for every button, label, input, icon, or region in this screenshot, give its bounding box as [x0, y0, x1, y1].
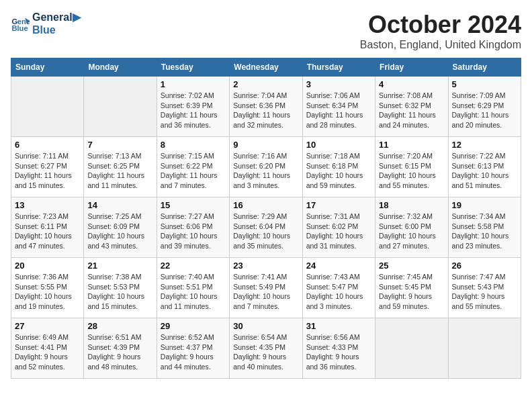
day-number: 21	[87, 261, 152, 271]
day-info: Sunrise: 6:51 AM Sunset: 4:39 PM Dayligh…	[87, 332, 152, 372]
day-number: 15	[161, 200, 226, 210]
day-info: Sunrise: 7:31 AM Sunset: 6:02 PM Dayligh…	[306, 212, 371, 251]
day-info: Sunrise: 7:27 AM Sunset: 6:06 PM Dayligh…	[161, 212, 226, 251]
day-info: Sunrise: 7:45 AM Sunset: 5:45 PM Dayligh…	[379, 272, 444, 312]
day-number: 26	[452, 261, 517, 271]
day-number: 25	[379, 261, 444, 271]
day-number: 14	[87, 200, 152, 210]
weekday-header: Friday	[375, 58, 448, 77]
calendar-cell: 14Sunrise: 7:25 AM Sunset: 6:09 PM Dayli…	[84, 197, 157, 258]
calendar-cell: 13Sunrise: 7:23 AM Sunset: 6:11 PM Dayli…	[11, 197, 84, 258]
calendar-cell	[375, 318, 448, 379]
calendar-cell	[448, 318, 521, 379]
day-number: 30	[233, 321, 298, 331]
day-number: 11	[379, 140, 444, 150]
calendar-cell	[11, 77, 84, 137]
calendar-cell: 23Sunrise: 7:41 AM Sunset: 5:49 PM Dayli…	[230, 258, 302, 318]
calendar-cell: 1Sunrise: 7:02 AM Sunset: 6:39 PM Daylig…	[157, 77, 229, 137]
day-number: 7	[87, 140, 152, 150]
day-info: Sunrise: 7:09 AM Sunset: 6:29 PM Dayligh…	[452, 91, 517, 130]
calendar-cell: 28Sunrise: 6:51 AM Sunset: 4:39 PM Dayli…	[84, 318, 157, 379]
day-info: Sunrise: 7:32 AM Sunset: 6:00 PM Dayligh…	[379, 212, 444, 251]
day-number: 29	[161, 321, 226, 331]
day-info: Sunrise: 7:16 AM Sunset: 6:20 PM Dayligh…	[233, 151, 298, 191]
calendar-cell: 10Sunrise: 7:18 AM Sunset: 6:18 PM Dayli…	[302, 137, 375, 197]
logo: G eneral Blue General▶ Blue	[11, 11, 81, 36]
calendar-cell: 8Sunrise: 7:15 AM Sunset: 6:22 PM Daylig…	[157, 137, 229, 197]
calendar-cell: 27Sunrise: 6:49 AM Sunset: 4:41 PM Dayli…	[11, 318, 84, 379]
calendar-cell: 4Sunrise: 7:08 AM Sunset: 6:32 PM Daylig…	[375, 77, 448, 137]
day-info: Sunrise: 7:13 AM Sunset: 6:25 PM Dayligh…	[87, 151, 152, 191]
svg-text:Blue: Blue	[11, 24, 28, 32]
day-info: Sunrise: 7:06 AM Sunset: 6:34 PM Dayligh…	[306, 91, 371, 130]
logo-line1: General▶	[32, 11, 81, 24]
calendar-cell: 6Sunrise: 7:11 AM Sunset: 6:27 PM Daylig…	[11, 137, 84, 197]
day-info: Sunrise: 7:38 AM Sunset: 5:53 PM Dayligh…	[87, 272, 152, 312]
day-number: 1	[161, 79, 226, 89]
day-number: 13	[15, 200, 80, 210]
logo-line2: Blue	[32, 24, 81, 36]
day-number: 5	[452, 79, 517, 89]
month-title: October 2024	[360, 11, 521, 39]
day-info: Sunrise: 7:18 AM Sunset: 6:18 PM Dayligh…	[306, 151, 371, 191]
calendar-week-row: 13Sunrise: 7:23 AM Sunset: 6:11 PM Dayli…	[11, 197, 521, 258]
day-number: 31	[306, 321, 371, 331]
day-info: Sunrise: 7:04 AM Sunset: 6:36 PM Dayligh…	[233, 91, 298, 130]
calendar-cell: 20Sunrise: 7:36 AM Sunset: 5:55 PM Dayli…	[11, 258, 84, 318]
calendar-cell: 31Sunrise: 6:56 AM Sunset: 4:33 PM Dayli…	[302, 318, 375, 379]
day-info: Sunrise: 7:23 AM Sunset: 6:11 PM Dayligh…	[15, 212, 80, 251]
calendar-cell: 26Sunrise: 7:47 AM Sunset: 5:43 PM Dayli…	[448, 258, 521, 318]
day-number: 24	[306, 261, 371, 271]
day-info: Sunrise: 7:25 AM Sunset: 6:09 PM Dayligh…	[87, 212, 152, 251]
day-info: Sunrise: 7:40 AM Sunset: 5:51 PM Dayligh…	[161, 272, 226, 312]
header: G eneral Blue General▶ Blue October 2024…	[11, 11, 521, 51]
calendar-cell: 22Sunrise: 7:40 AM Sunset: 5:51 PM Dayli…	[157, 258, 229, 318]
day-info: Sunrise: 6:49 AM Sunset: 4:41 PM Dayligh…	[15, 332, 80, 372]
day-number: 23	[233, 261, 298, 271]
calendar-cell: 17Sunrise: 7:31 AM Sunset: 6:02 PM Dayli…	[302, 197, 375, 258]
calendar-cell: 16Sunrise: 7:29 AM Sunset: 6:04 PM Dayli…	[230, 197, 302, 258]
calendar-week-row: 6Sunrise: 7:11 AM Sunset: 6:27 PM Daylig…	[11, 137, 521, 197]
day-number: 27	[15, 321, 80, 331]
day-info: Sunrise: 7:41 AM Sunset: 5:49 PM Dayligh…	[233, 272, 298, 312]
calendar-cell: 7Sunrise: 7:13 AM Sunset: 6:25 PM Daylig…	[84, 137, 157, 197]
day-info: Sunrise: 7:29 AM Sunset: 6:04 PM Dayligh…	[233, 212, 298, 251]
calendar-week-row: 20Sunrise: 7:36 AM Sunset: 5:55 PM Dayli…	[11, 258, 521, 318]
calendar-cell: 9Sunrise: 7:16 AM Sunset: 6:20 PM Daylig…	[230, 137, 302, 197]
day-number: 28	[87, 321, 152, 331]
day-info: Sunrise: 6:54 AM Sunset: 4:35 PM Dayligh…	[233, 332, 298, 372]
calendar-cell: 29Sunrise: 6:52 AM Sunset: 4:37 PM Dayli…	[157, 318, 229, 379]
calendar-cell: 5Sunrise: 7:09 AM Sunset: 6:29 PM Daylig…	[448, 77, 521, 137]
weekday-header: Thursday	[302, 58, 375, 77]
day-info: Sunrise: 7:47 AM Sunset: 5:43 PM Dayligh…	[452, 272, 517, 312]
calendar-cell: 15Sunrise: 7:27 AM Sunset: 6:06 PM Dayli…	[157, 197, 229, 258]
calendar-cell: 3Sunrise: 7:06 AM Sunset: 6:34 PM Daylig…	[302, 77, 375, 137]
day-number: 17	[306, 200, 371, 210]
day-info: Sunrise: 7:11 AM Sunset: 6:27 PM Dayligh…	[15, 151, 80, 191]
day-info: Sunrise: 7:22 AM Sunset: 6:13 PM Dayligh…	[452, 151, 517, 191]
day-number: 18	[379, 200, 444, 210]
weekday-header: Monday	[84, 58, 157, 77]
day-info: Sunrise: 7:02 AM Sunset: 6:39 PM Dayligh…	[161, 91, 226, 130]
weekday-header: Tuesday	[157, 58, 229, 77]
day-number: 6	[15, 140, 80, 150]
day-info: Sunrise: 6:52 AM Sunset: 4:37 PM Dayligh…	[161, 332, 226, 372]
day-number: 10	[306, 140, 371, 150]
day-number: 2	[233, 79, 298, 89]
day-info: Sunrise: 7:34 AM Sunset: 5:58 PM Dayligh…	[452, 212, 517, 251]
day-number: 12	[452, 140, 517, 150]
calendar-table: SundayMondayTuesdayWednesdayThursdayFrid…	[11, 58, 521, 379]
calendar-cell: 2Sunrise: 7:04 AM Sunset: 6:36 PM Daylig…	[230, 77, 302, 137]
weekday-header: Saturday	[448, 58, 521, 77]
day-info: Sunrise: 7:43 AM Sunset: 5:47 PM Dayligh…	[306, 272, 371, 312]
day-number: 19	[452, 200, 517, 210]
weekday-header: Sunday	[11, 58, 84, 77]
calendar-cell: 11Sunrise: 7:20 AM Sunset: 6:15 PM Dayli…	[375, 137, 448, 197]
calendar-cell: 21Sunrise: 7:38 AM Sunset: 5:53 PM Dayli…	[84, 258, 157, 318]
day-info: Sunrise: 7:36 AM Sunset: 5:55 PM Dayligh…	[15, 272, 80, 312]
day-number: 8	[161, 140, 226, 150]
day-number: 9	[233, 140, 298, 150]
day-number: 22	[161, 261, 226, 271]
calendar-week-row: 27Sunrise: 6:49 AM Sunset: 4:41 PM Dayli…	[11, 318, 521, 379]
day-info: Sunrise: 7:15 AM Sunset: 6:22 PM Dayligh…	[161, 151, 226, 191]
